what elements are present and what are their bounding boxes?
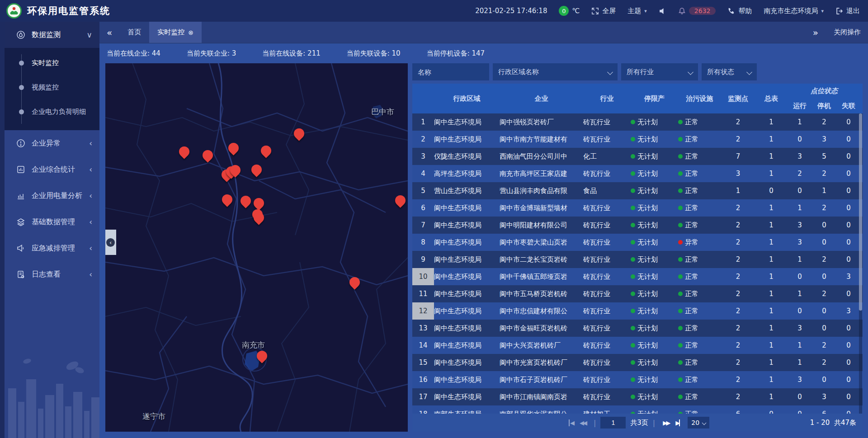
- status-dot-icon: [678, 343, 683, 348]
- table-cell: 1: [755, 234, 788, 251]
- region-filter-select[interactable]: 行政区域名称: [493, 63, 618, 80]
- page-size-select[interactable]: 20: [688, 417, 709, 429]
- sidebar-subitem-0-1[interactable]: 视频监控: [5, 75, 99, 99]
- status-dot-icon: [678, 395, 683, 399]
- table-header: 行政区域企业行业停限产治污设施监测点总表点位状态运行停机失联: [412, 84, 863, 113]
- sidebar-item-1[interactable]: 企业异常‹: [5, 130, 99, 156]
- sidebar-item-6[interactable]: 日志查看‹: [5, 261, 99, 287]
- table-scrollbar[interactable]: [859, 113, 862, 432]
- table-cell: 阆中市光富页岩机砖厂: [500, 354, 583, 371]
- sidebar-item-4[interactable]: 基础数据管理‹: [5, 209, 99, 235]
- last-page-icon[interactable]: ▶: [675, 419, 680, 426]
- table-cell: 砖瓦行业: [583, 302, 631, 320]
- table-row[interactable]: 17阆中生态环境局阆中市江南镇阆南页岩砖瓦行业无计划正常21030: [412, 388, 863, 405]
- table-row[interactable]: 2阆中生态环境局阆中市南方节能建材有砖瓦行业无计划正常21030: [412, 131, 863, 148]
- table-row[interactable]: 7阆中生态环境局阆中明阳建材有限公司砖瓦行业无计划正常21300: [412, 217, 863, 234]
- table-cell: 2: [721, 251, 755, 268]
- industry-filter-select[interactable]: 所有行业: [621, 63, 698, 80]
- table-cell: 3: [788, 148, 812, 165]
- sidebar-item-5[interactable]: 应急减排管理‹: [5, 235, 99, 261]
- help-button[interactable]: 帮助: [727, 7, 752, 15]
- table-cell: 正常: [678, 285, 721, 302]
- table-cell: 砖瓦行业: [583, 217, 631, 234]
- fullscreen-button[interactable]: 全屏: [591, 7, 616, 15]
- table-row[interactable]: 16阆中生态环境局阆中市石子页岩机砖厂砖瓦行业无计划正常21300: [412, 371, 863, 388]
- close-operations-button[interactable]: 关闭操作: [834, 28, 861, 37]
- table-row[interactable]: 9阆中生态环境局阆中市二龙长宝页岩砖砖瓦行业无计划正常21120: [412, 251, 863, 268]
- table-cell: 2: [721, 217, 755, 234]
- table-row[interactable]: 3仪陇生态环境局西南油气田分公司川中化工无计划正常71350: [412, 148, 863, 165]
- table-cell: 无计划: [631, 354, 678, 371]
- column-header-sub-1: 停机: [812, 99, 836, 113]
- next-page-icon[interactable]: ▶▶: [663, 419, 669, 426]
- tab-close-icon[interactable]: ⊗: [188, 29, 193, 36]
- table-cell: 化工: [583, 148, 631, 165]
- table-cell: 1: [755, 217, 788, 234]
- datetime: 2021-02-25 17:46:18: [475, 7, 547, 15]
- page-number-input[interactable]: [600, 417, 626, 429]
- sidebar-collapse-handle[interactable]: ‹: [105, 230, 116, 255]
- table-cell: 1: [755, 165, 788, 182]
- logout-button[interactable]: 退出: [835, 7, 860, 15]
- map-panel[interactable]: 巴中市南充市遂宁市 ‹: [105, 63, 408, 432]
- table-row[interactable]: 1阆中生态环境局阆中强锐页岩砖厂砖瓦行业无计划正常21120: [412, 113, 863, 131]
- table-row[interactable]: 15阆中生态环境局阆中市光富页岩机砖厂砖瓦行业无计划正常21120: [412, 354, 863, 371]
- notifications[interactable]: 2632: [678, 7, 716, 15]
- table-cell: 1: [755, 113, 788, 131]
- chevron-left-icon: ‹: [89, 217, 92, 226]
- table-cell: 正常: [678, 320, 721, 337]
- tab-realtime-monitor[interactable]: 实时监控 ⊗: [149, 22, 202, 43]
- theme-menu[interactable]: 主题▾: [627, 7, 647, 15]
- status-dot-icon: [631, 343, 635, 348]
- sidebar-item-0[interactable]: 数据监测∨: [5, 22, 99, 48]
- status-dot-icon: [678, 377, 683, 382]
- table-cell: 无计划: [631, 285, 678, 302]
- horn-icon: [16, 244, 25, 253]
- table-row[interactable]: 10阆中生态环境局阆中千佛镇五郎垭页岩砖瓦行业无计划正常21003: [412, 268, 863, 285]
- table-row[interactable]: 13阆中生态环境局阆中市金福旺页岩机砖砖瓦行业无计划正常21300: [412, 320, 863, 337]
- table-row[interactable]: 4高坪生态环境局南充市高坪区王家店建砖瓦行业无计划正常31220: [412, 165, 863, 182]
- name-filter-input[interactable]: [412, 63, 489, 80]
- sidebar-item-2[interactable]: 企业综合统计‹: [5, 156, 99, 183]
- table-cell: 无计划: [631, 388, 678, 405]
- table-cell: 0: [812, 371, 836, 388]
- sidebar-subitem-0-2[interactable]: 企业电力负荷明细: [5, 99, 99, 124]
- status-filter-select[interactable]: 所有状态: [702, 63, 757, 80]
- table-cell: 阆中生态环境局: [434, 302, 500, 320]
- table-row[interactable]: 11阆中生态环境局阆中市五马桥页岩机砖砖瓦行业无计划正常21120: [412, 285, 863, 302]
- table-row[interactable]: 6阆中生态环境局阆中市金博瑞新型墙材砖瓦行业无计划正常21120: [412, 199, 863, 217]
- table-cell: 砖瓦行业: [583, 268, 631, 285]
- tabs-scroll-right-icon[interactable]: »: [806, 27, 826, 38]
- table-cell: 无计划: [631, 113, 678, 131]
- org-menu[interactable]: 南充市生态环境局▾: [764, 7, 824, 15]
- column-header-6: 监测点: [721, 84, 755, 113]
- table-row[interactable]: 8阆中生态环境局阆中市枣碧大梁山页岩砖瓦行业无计划异常21300: [412, 234, 863, 251]
- map-city-label: 南充市: [242, 340, 265, 350]
- table-row[interactable]: 14阆中生态环境局阆中大兴页岩机砖厂砖瓦行业无计划正常21120: [412, 337, 863, 354]
- prev-page-icon[interactable]: ◀◀: [580, 419, 586, 426]
- status-stat-4: 当前停机设备: 147: [427, 49, 485, 58]
- table-row[interactable]: 5营山生态环境局营山县润丰肉食品有限食品无计划正常10010: [412, 182, 863, 199]
- sidebar-item-3[interactable]: 企业用电量分析‹: [5, 183, 99, 209]
- status-dot-icon: [678, 120, 683, 124]
- table-row[interactable]: 12阆中生态环境局阆中市忠信建材有限公砖瓦行业无计划正常21003: [412, 302, 863, 320]
- table-cell: 1: [788, 337, 812, 354]
- table-cell: 3: [836, 268, 861, 285]
- table-cell: 1: [755, 268, 788, 285]
- first-page-icon[interactable]: ◀: [569, 419, 573, 426]
- mute-button[interactable]: [659, 7, 666, 15]
- sidebar-subitem-0-0[interactable]: 实时监控: [5, 51, 99, 75]
- tabs-scroll-left-icon[interactable]: «: [99, 22, 119, 43]
- table-cell: 17: [412, 388, 434, 405]
- table-cell: 2: [812, 337, 836, 354]
- table-cell: 0: [812, 217, 836, 234]
- table-cell: 2: [812, 113, 836, 131]
- table-cell: 阆中生态环境局: [434, 268, 500, 285]
- column-header-7: 总表: [755, 84, 788, 113]
- table-cell: 阆中大兴页岩机砖厂: [500, 337, 583, 354]
- exit-icon: [835, 7, 843, 15]
- sidebar-item-label: 数据监测: [32, 30, 61, 40]
- tab-home[interactable]: 首页: [119, 22, 149, 43]
- table-cell: 1: [788, 354, 812, 371]
- column-header-sub-2: 失联: [836, 99, 861, 113]
